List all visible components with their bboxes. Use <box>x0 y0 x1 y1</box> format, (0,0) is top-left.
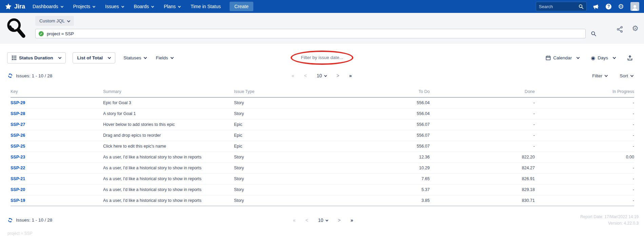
jql-mode-button[interactable]: Custom JQL <box>35 16 74 26</box>
next-page-button[interactable]: > <box>336 73 339 78</box>
query-section: Custom JQL ✓ project = SSP ⚙ <box>0 13 644 44</box>
settings-gear-icon[interactable]: ⚙ <box>632 25 639 33</box>
refresh-icon[interactable] <box>7 73 13 78</box>
prev-page-button[interactable]: < <box>306 217 308 223</box>
issue-summary: As a user, I'd like a historical story t… <box>103 163 234 173</box>
days-unit-button[interactable]: ◉ Days <box>591 55 616 60</box>
table-row: SSP-28A story for Goal 1Story556.04-- <box>11 108 634 119</box>
nav-item-projects[interactable]: Projects <box>73 4 95 9</box>
issue-type: Epic <box>234 119 324 130</box>
jql-input[interactable]: ✓ project = SSP <box>35 29 586 38</box>
issues-count-label: Issues: 1 - 10 / 28 <box>16 73 52 78</box>
chevron-down-icon <box>93 5 95 8</box>
target-icon: ◉ <box>591 55 595 60</box>
user-avatar[interactable] <box>630 2 639 11</box>
report-date: Report Date: 17/Mar/2022 14:19 <box>353 214 639 220</box>
report-info: Report Date: 17/Mar/2022 14:19 Version: … <box>353 214 639 226</box>
todo-value: 7.65 <box>324 173 430 184</box>
toolbar-right: Calendar ◉ Days <box>353 55 637 61</box>
next-page-button[interactable]: > <box>338 217 340 223</box>
table-row: SSP-23As a user, I'd like a historical s… <box>11 152 634 163</box>
date-filter-field[interactable]: Filter by issue date... <box>301 55 343 60</box>
issue-type: Story <box>234 97 324 108</box>
gear-icon[interactable]: ⚙ <box>618 3 624 10</box>
in-progress-value: - <box>535 173 634 184</box>
nav-item-issues[interactable]: Issues <box>105 4 123 9</box>
calendar-button[interactable]: Calendar <box>546 55 579 60</box>
prev-page-button[interactable]: < <box>304 73 307 78</box>
issue-key-cell: SSP-21 <box>11 173 103 184</box>
issue-summary: Drag and drop epics to reorder <box>103 130 234 141</box>
issue-key-link[interactable]: SSP-26 <box>11 133 25 138</box>
issue-key-link[interactable]: SSP-25 <box>11 144 25 149</box>
column-header-key[interactable]: Key <box>11 87 103 97</box>
nav-item-boards[interactable]: Boards <box>134 4 154 9</box>
issue-key-link[interactable]: SSP-28 <box>11 111 25 116</box>
column-header-summary[interactable]: Summary <box>103 87 234 97</box>
chevron-down-icon <box>151 5 154 8</box>
chevron-down-icon <box>60 5 63 8</box>
share-icon[interactable] <box>616 26 623 33</box>
todo-value: 556.07 <box>324 130 430 141</box>
person-icon <box>631 4 639 11</box>
nav-item-time-in-status[interactable]: Time in Status <box>191 4 221 9</box>
pagination-bottom: « < 10 > » <box>293 217 353 223</box>
nav-menus: Dashboards Projects Issues Boards Plans … <box>33 4 221 9</box>
done-value: 829.18 <box>430 184 535 195</box>
issue-key-link[interactable]: SSP-22 <box>11 166 25 170</box>
column-header-todo[interactable]: To Do <box>324 87 430 97</box>
last-page-button[interactable]: » <box>350 217 353 223</box>
statuses-button[interactable]: Statuses <box>122 53 148 63</box>
fields-button[interactable]: Fields <box>155 53 175 63</box>
issue-key-link[interactable]: SSP-27 <box>11 122 25 127</box>
jira-logo[interactable]: Jira <box>5 3 25 10</box>
issue-key-link[interactable]: SSP-21 <box>11 176 25 181</box>
nav-icon-group: ? ⚙ <box>593 2 639 11</box>
issue-key-link[interactable]: SSP-23 <box>11 155 25 159</box>
search-input[interactable] <box>539 4 579 9</box>
brand-label: Jira <box>14 3 25 10</box>
sort-button[interactable]: Sort <box>620 73 633 78</box>
column-header-in-progress[interactable]: In Progress <box>535 87 634 97</box>
issue-summary: Hover below to add stories to this epic <box>103 119 234 130</box>
chevron-down-icon <box>577 56 580 59</box>
jql-valid-check-icon: ✓ <box>39 31 44 36</box>
filter-button[interactable]: Filter <box>592 73 607 78</box>
issues-table-wrap: Key Summary Issue Type To Do Done In Pro… <box>11 87 634 206</box>
issue-key-link[interactable]: SSP-19 <box>11 198 25 203</box>
todo-value: 12.36 <box>324 152 430 163</box>
done-value: 824.27 <box>430 163 535 173</box>
issue-type: Story <box>234 152 324 163</box>
first-page-button[interactable]: « <box>293 217 296 223</box>
query-icon-group: ⚙ <box>616 26 639 33</box>
column-header-issue-type[interactable]: Issue Type <box>234 87 324 97</box>
refresh-icon[interactable] <box>7 217 13 223</box>
announcement-icon[interactable] <box>593 3 599 10</box>
jql-search-icon[interactable] <box>591 31 597 37</box>
help-icon[interactable]: ? <box>606 4 611 10</box>
nav-item-plans[interactable]: Plans <box>164 4 180 9</box>
todo-value: 556.04 <box>324 97 430 108</box>
todo-value: 10.29 <box>324 163 430 173</box>
nav-search-box[interactable] <box>536 2 587 11</box>
create-button[interactable]: Create <box>230 2 253 11</box>
last-page-button[interactable]: » <box>349 73 352 78</box>
in-progress-value: - <box>535 184 634 195</box>
first-page-button[interactable]: « <box>292 73 294 78</box>
export-icon[interactable] <box>627 55 633 61</box>
column-header-done[interactable]: Done <box>430 87 535 97</box>
issue-key-link[interactable]: SSP-29 <box>11 100 25 105</box>
issues-table: Key Summary Issue Type To Do Done In Pro… <box>11 87 634 206</box>
list-type-button[interactable]: List of Total <box>73 52 116 63</box>
report-type-button[interactable]: Status Duration <box>7 52 66 63</box>
issue-key-link[interactable]: SSP-20 <box>11 187 25 192</box>
issue-key-cell: SSP-19 <box>11 195 103 206</box>
nav-item-dashboards[interactable]: Dashboards <box>33 4 63 9</box>
issue-summary: As a user, I'd like a historical story t… <box>103 173 234 184</box>
results-right: Filter Sort <box>352 73 636 78</box>
page-size-select[interactable]: 10 <box>317 73 327 78</box>
issue-summary: As a user, I'd like a historical story t… <box>103 152 234 163</box>
page-size-select[interactable]: 10 <box>318 217 328 223</box>
chevron-down-icon <box>108 56 111 59</box>
search-icon[interactable] <box>579 4 584 9</box>
